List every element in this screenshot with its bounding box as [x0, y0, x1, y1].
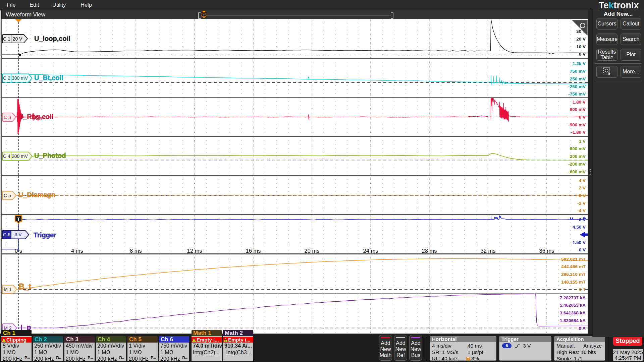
svg-text:444.466 mT: 444.466 mT — [561, 264, 586, 269]
svg-text:Trigger: Trigger — [34, 231, 56, 239]
svg-text:-250 mV: -250 mV — [568, 84, 586, 89]
svg-text:4.50 V: 4.50 V — [573, 225, 586, 230]
svg-text:-600 mV: -600 mV — [568, 169, 586, 174]
svg-text:T: T — [203, 13, 205, 17]
svg-text:200 mV: 200 mV — [12, 154, 28, 159]
svg-text:296.310 mT: 296.310 mT — [561, 272, 586, 277]
svg-text:24 ms: 24 ms — [363, 248, 378, 254]
svg-text:-4 V: -4 V — [577, 208, 586, 213]
svg-text:C 5: C 5 — [4, 193, 11, 198]
svg-text:148.155 mT: 148.155 mT — [561, 280, 586, 285]
svg-text:0 A: 0 A — [579, 326, 586, 331]
svg-text:-200 mV: -200 mV — [568, 162, 586, 167]
svg-text:8 ms: 8 ms — [130, 248, 142, 254]
svg-text:3.641368 kA: 3.641368 kA — [560, 310, 586, 315]
svg-text:0 s: 0 s — [15, 248, 22, 254]
svg-text:12 ms: 12 ms — [187, 248, 202, 254]
svg-text:-2 V: -2 V — [577, 201, 586, 206]
svg-text:6 V: 6 V — [579, 217, 586, 222]
svg-text:0 T: 0 T — [579, 287, 586, 292]
svg-text:U_Photod: U_Photod — [34, 152, 66, 159]
svg-text:0 V: 0 V — [579, 115, 586, 120]
svg-text:5.462053 kA: 5.462053 kA — [560, 303, 586, 308]
svg-text:7.282737 kA: 7.282737 kA — [560, 295, 586, 300]
svg-text:20 V: 20 V — [576, 37, 586, 42]
svg-text:T: T — [17, 217, 20, 222]
svg-text:900 mV: 900 mV — [570, 107, 586, 112]
svg-text:592.621 mT: 592.621 mT — [561, 257, 586, 262]
svg-text:10 V: 10 V — [576, 44, 586, 49]
svg-text:1.820684 kA: 1.820684 kA — [560, 318, 586, 323]
svg-text:1.25 V: 1.25 V — [573, 61, 586, 66]
svg-text:0 V: 0 V — [579, 52, 586, 57]
svg-text:C 1: C 1 — [3, 36, 10, 42]
svg-text:C 4: C 4 — [3, 154, 10, 159]
svg-text:1.80 V: 1.80 V — [573, 100, 586, 105]
svg-text:U_Diamagn: U_Diamagn — [18, 191, 55, 198]
svg-text:20 V: 20 V — [13, 36, 22, 42]
svg-text:B_t: B_t — [19, 282, 31, 291]
svg-text:1 V: 1 V — [579, 139, 586, 144]
svg-text:-1.80 V: -1.80 V — [571, 130, 586, 135]
svg-text:750 mV: 750 mV — [570, 69, 586, 74]
svg-text:C 6: C 6 — [3, 232, 10, 237]
svg-text:M 1: M 1 — [4, 287, 12, 292]
svg-text:4 ms: 4 ms — [71, 248, 83, 254]
svg-text:4 V: 4 V — [579, 178, 586, 183]
svg-text:16 ms: 16 ms — [246, 248, 261, 254]
svg-text:32 ms: 32 ms — [481, 248, 496, 254]
svg-text:-750 mV: -750 mV — [568, 92, 586, 97]
svg-text:U_Rog,coil: U_Rog,coil — [18, 113, 53, 120]
svg-text:0 V: 0 V — [579, 193, 586, 198]
svg-text:2 V: 2 V — [579, 185, 586, 190]
svg-text:600 mV: 600 mV — [570, 146, 586, 151]
svg-text:20 ms: 20 ms — [305, 248, 320, 254]
svg-text:28 ms: 28 ms — [422, 248, 437, 254]
svg-text:C 2: C 2 — [3, 75, 10, 81]
svg-text:36 ms: 36 ms — [539, 248, 554, 254]
svg-text:1.50 V: 1.50 V — [573, 240, 586, 245]
svg-text:250 mV: 250 mV — [570, 76, 586, 81]
svg-text:U_Bt,coil: U_Bt,coil — [34, 74, 63, 81]
svg-text:C 3: C 3 — [4, 115, 11, 120]
svg-text:U_loop,coil: U_loop,coil — [34, 35, 70, 42]
svg-text:300 mV: 300 mV — [12, 75, 28, 81]
svg-text:-900 mV: -900 mV — [568, 122, 586, 127]
svg-text:200 mV: 200 mV — [570, 154, 586, 159]
svg-text:0 V: 0 V — [579, 247, 586, 252]
svg-text:3 V: 3 V — [14, 232, 22, 237]
